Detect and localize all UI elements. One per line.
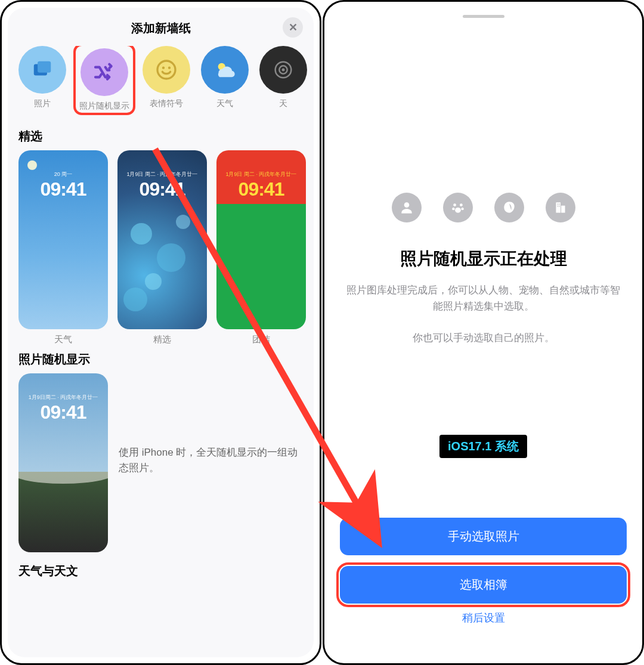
header: 添加新墙纸 ✕	[8, 16, 314, 40]
svg-point-18	[460, 203, 463, 206]
processing-title: 照片随机显示正在处理	[340, 248, 627, 270]
svg-point-14	[123, 287, 147, 311]
photo-shuffle-processing-screen: 照片随机显示正在处理 照片图库处理完成后，你可以从人物、宠物、自然或城市等智能照…	[323, 0, 644, 665]
svg-point-8	[282, 69, 285, 72]
svg-rect-23	[561, 206, 565, 213]
shuffle-description: 使用 iPhone 时，全天随机显示的一组动态照片。	[119, 373, 303, 475]
leaf-filter-icon	[494, 193, 524, 222]
shuffle-icon	[92, 60, 116, 84]
shuffle-section: 1月9日周二 · 丙戌年冬月廿一 09:41 使用 iPhone 时，全天随机显…	[8, 373, 314, 552]
svg-point-13	[176, 215, 190, 229]
building-filter-icon	[546, 193, 575, 222]
svg-rect-24	[557, 204, 558, 205]
home-indicator	[463, 15, 504, 18]
featured-heading: 精选	[8, 122, 314, 150]
close-icon: ✕	[289, 21, 298, 34]
manual-select-photos-button[interactable]: 手动选取照片	[340, 518, 627, 555]
svg-rect-26	[557, 206, 558, 207]
close-button[interactable]: ✕	[283, 17, 303, 38]
svg-point-21	[455, 208, 461, 213]
emoji-icon	[154, 58, 178, 82]
category-weather[interactable]: 天气	[201, 46, 249, 114]
shuffle-preview[interactable]: 1月9日周二 · 丙戌年冬月廿一 09:41	[18, 373, 108, 552]
category-photos[interactable]: 照片	[18, 46, 66, 114]
setup-later-link[interactable]: 稍后设置	[340, 611, 627, 625]
svg-rect-25	[559, 204, 560, 205]
photos-icon	[31, 58, 54, 81]
svg-point-15	[18, 472, 108, 484]
featured-unity[interactable]: 1月9日 周二 · 丙戌年冬月廿一 09:41 团结	[216, 150, 306, 345]
ios-version-badge: iOS17.1 系统	[439, 435, 527, 458]
category-photo-shuffle[interactable]: 照片随机显示	[73, 46, 135, 115]
category-emoji[interactable]: 表情符号	[143, 46, 190, 114]
svg-point-4	[168, 67, 171, 69]
svg-point-11	[157, 243, 185, 272]
category-astronomy[interactable]: 天	[259, 46, 307, 114]
featured-weather[interactable]: 20 周一 09:41 天气	[18, 150, 108, 345]
shuffle-heading: 照片随机显示	[8, 345, 314, 373]
paw-filter-icon	[443, 193, 473, 222]
select-album-button[interactable]: 选取相簿	[340, 566, 627, 604]
landscape-icon	[18, 472, 108, 502]
featured-collection[interactable]: 1月9日 周二 · 丙戌年冬月廿一 09:41 精选	[117, 150, 207, 345]
page-title: 添加新墙纸	[131, 20, 191, 36]
processing-body-1: 照片图库处理完成后，你可以从人物、宠物、自然或城市等智能照片精选集中选取。	[340, 282, 627, 314]
svg-point-2	[157, 61, 175, 79]
filter-icons-row	[340, 193, 627, 222]
svg-point-9	[27, 160, 37, 170]
svg-point-3	[162, 67, 165, 69]
svg-point-19	[452, 208, 454, 210]
svg-rect-27	[559, 206, 560, 207]
person-filter-icon	[392, 193, 422, 222]
svg-rect-1	[38, 61, 51, 73]
processing-body-2: 你也可以手动选取自己的照片。	[340, 330, 627, 346]
weather-icon	[212, 57, 237, 82]
svg-point-17	[453, 203, 456, 206]
astronomy-icon	[271, 58, 295, 82]
category-row: 照片 照片随机显示 表情符号	[8, 46, 314, 122]
featured-row: 20 周一 09:41 天气 1月9日 周二 · 丙戌年冬月廿一 09:41	[8, 150, 314, 345]
wallpaper-picker-screen: 添加新墙纸 ✕ 照片 照片随机显示	[0, 0, 321, 665]
svg-point-16	[404, 202, 409, 208]
svg-point-20	[461, 208, 463, 210]
svg-point-12	[145, 273, 162, 290]
weather-heading: 天气与天文	[8, 552, 314, 585]
svg-point-10	[131, 223, 152, 245]
